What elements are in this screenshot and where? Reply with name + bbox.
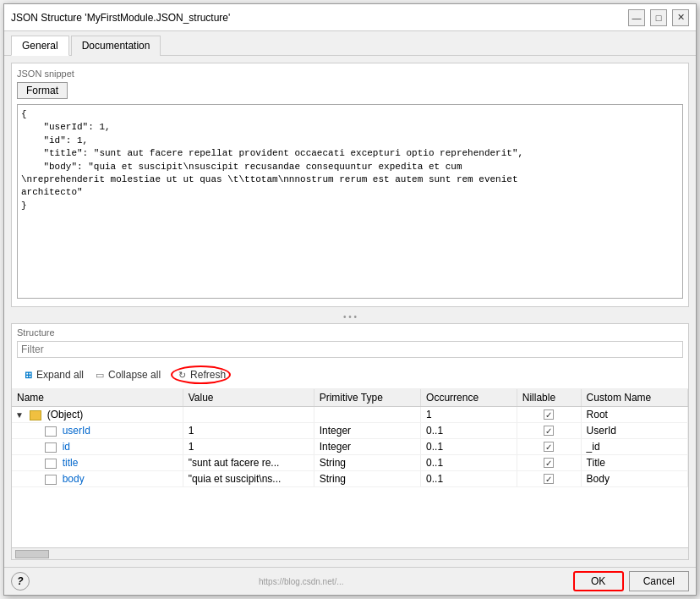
- row-occur-body: 0..1: [421, 471, 517, 487]
- row-link-title[interactable]: title: [63, 457, 79, 469]
- row-value-object: [183, 407, 314, 423]
- file-icon: [45, 459, 57, 469]
- json-snippet-section: JSON snippet Format { "userId": 1, "id":…: [11, 63, 689, 307]
- row-ptype-body: String: [314, 471, 420, 487]
- row-name-object: ▼ (Object): [12, 407, 183, 423]
- table-row: ▼ (Object) 1 ✓ Root: [12, 407, 688, 423]
- row-ptype-id: Integer: [314, 439, 420, 455]
- refresh-button[interactable]: ↻ Refresh: [166, 364, 236, 386]
- maximize-button[interactable]: □: [650, 9, 667, 26]
- structure-tree-table[interactable]: Name Value Primitive Type Occurrence Nil…: [12, 389, 688, 547]
- row-null-userid: ✓: [517, 423, 581, 439]
- row-name-id: id: [12, 439, 183, 455]
- row-value-title: "sunt aut facere re...: [183, 455, 314, 471]
- row-cname-object: Root: [581, 407, 687, 423]
- divider-handle[interactable]: • • •: [11, 310, 689, 323]
- expand-all-button[interactable]: ⊞ Expand all: [17, 367, 89, 382]
- structure-table: Name Value Primitive Type Occurrence Nil…: [12, 389, 688, 487]
- row-null-id: ✓: [517, 439, 581, 455]
- nillable-checkbox-object[interactable]: ✓: [544, 409, 554, 420]
- structure-section: Structure ⊞ Expand all ▭ Collapse all ↻: [11, 323, 689, 560]
- collapse-all-button[interactable]: ▭ Collapse all: [89, 367, 166, 382]
- structure-label: Structure: [12, 324, 688, 338]
- row-name-body: body: [12, 471, 183, 487]
- tree-expand-icon[interactable]: ▼: [15, 410, 27, 420]
- bottom-bar: ? https://blog.csdn.net/... OK Cancel: [4, 567, 696, 595]
- url-hint: https://blog.csdn.net/...: [259, 577, 344, 586]
- row-link-userid[interactable]: userId: [63, 425, 90, 437]
- nillable-checkbox-title[interactable]: ✓: [544, 458, 554, 468]
- table-row: id 1 Integer 0..1 ✓ _id: [12, 439, 688, 455]
- window-controls: — □ ✕: [628, 9, 689, 26]
- file-icon: [45, 426, 57, 437]
- row-ptype-title: String: [314, 455, 420, 471]
- collapse-all-icon: ▭: [94, 369, 106, 381]
- refresh-highlight: ↻ Refresh: [171, 365, 231, 384]
- tab-general[interactable]: General: [11, 36, 69, 56]
- nillable-checkbox-body[interactable]: ✓: [544, 474, 554, 484]
- help-button[interactable]: ?: [11, 572, 30, 591]
- col-header-cname: Custom Name: [581, 389, 687, 407]
- row-value-userid: 1: [183, 423, 314, 439]
- row-occur-id: 0..1: [421, 439, 517, 455]
- dialog-buttons: OK Cancel: [573, 571, 689, 591]
- col-header-occur: Occurrence: [421, 389, 517, 407]
- row-ptype-object: [314, 407, 420, 423]
- window-title: JSON Structure 'MyFirstModule.JSON_struc…: [11, 12, 230, 24]
- col-header-value: Value: [183, 389, 314, 407]
- ok-button[interactable]: OK: [573, 571, 624, 591]
- scroll-thumb[interactable]: [15, 550, 49, 558]
- main-window: JSON Structure 'MyFirstModule.JSON_struc…: [3, 3, 697, 596]
- folder-icon: [30, 410, 41, 420]
- row-cname-title: Title: [581, 455, 687, 471]
- json-editor[interactable]: { "userId": 1, "id": 1, "title": "sunt a…: [17, 104, 683, 299]
- close-button[interactable]: ✕: [672, 9, 689, 26]
- tab-documentation[interactable]: Documentation: [71, 36, 161, 56]
- minimize-button[interactable]: —: [628, 9, 645, 26]
- row-occur-title: 0..1: [421, 455, 517, 471]
- row-cname-id: _id: [581, 439, 687, 455]
- table-row: body "quia et suscipit\ns... String 0..1…: [12, 471, 688, 487]
- row-link-body[interactable]: body: [63, 473, 85, 485]
- row-occur-object: 1: [421, 407, 517, 423]
- col-header-ptype: Primitive Type: [314, 389, 420, 407]
- row-null-object: ✓: [517, 407, 581, 423]
- json-snippet-label: JSON snippet: [17, 69, 683, 79]
- table-row: title "sunt aut facere re... String 0..1…: [12, 455, 688, 471]
- row-link-id[interactable]: id: [63, 441, 70, 453]
- expand-all-icon: ⊞: [22, 369, 34, 381]
- structure-toolbar: ⊞ Expand all ▭ Collapse all ↻ Refresh: [12, 361, 688, 389]
- row-value-id: 1: [183, 439, 314, 455]
- nillable-checkbox-id[interactable]: ✓: [544, 442, 554, 452]
- col-header-name: Name: [12, 389, 183, 407]
- file-icon: [45, 442, 57, 453]
- file-icon: [45, 475, 57, 485]
- filter-input[interactable]: [17, 341, 683, 358]
- row-ptype-userid: Integer: [314, 423, 420, 439]
- title-bar: JSON Structure 'MyFirstModule.JSON_struc…: [4, 4, 696, 31]
- row-name-userid: userId: [12, 423, 183, 439]
- table-header-row: Name Value Primitive Type Occurrence Nil…: [12, 389, 688, 407]
- row-name-title: title: [12, 455, 183, 471]
- nillable-checkbox-userid[interactable]: ✓: [544, 426, 554, 436]
- format-button[interactable]: Format: [17, 82, 68, 99]
- row-null-body: ✓: [517, 471, 581, 487]
- refresh-icon: ↻: [176, 369, 188, 381]
- horizontal-scrollbar[interactable]: [12, 547, 688, 559]
- row-null-title: ✓: [517, 455, 581, 471]
- main-content: JSON snippet Format { "userId": 1, "id":…: [4, 56, 696, 567]
- cancel-button[interactable]: Cancel: [629, 571, 689, 591]
- col-header-nillable: Nillable: [517, 389, 581, 407]
- tab-bar: General Documentation: [4, 31, 696, 56]
- row-cname-body: Body: [581, 471, 687, 487]
- row-cname-userid: UserId: [581, 423, 687, 439]
- filter-bar: [12, 338, 688, 361]
- row-value-body: "quia et suscipit\ns...: [183, 471, 314, 487]
- row-occur-userid: 0..1: [421, 423, 517, 439]
- table-row: userId 1 Integer 0..1 ✓ UserId: [12, 423, 688, 439]
